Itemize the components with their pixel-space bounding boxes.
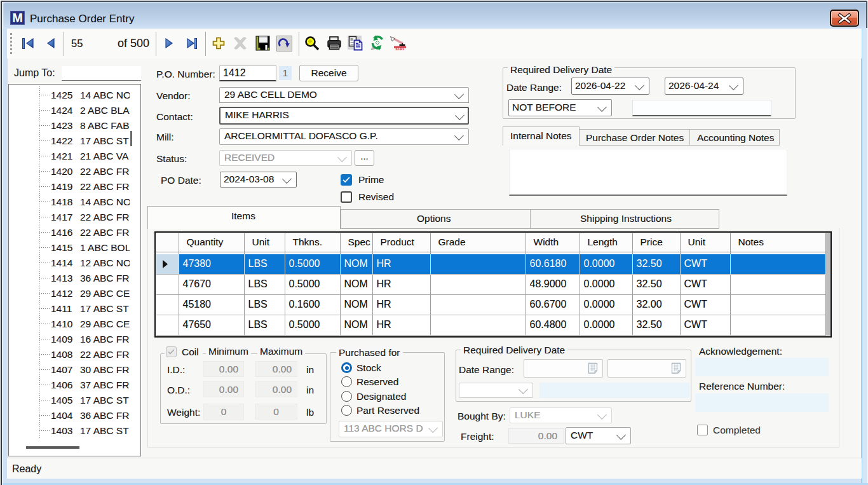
svg-text:SCRL: SCRL bbox=[396, 48, 405, 51]
